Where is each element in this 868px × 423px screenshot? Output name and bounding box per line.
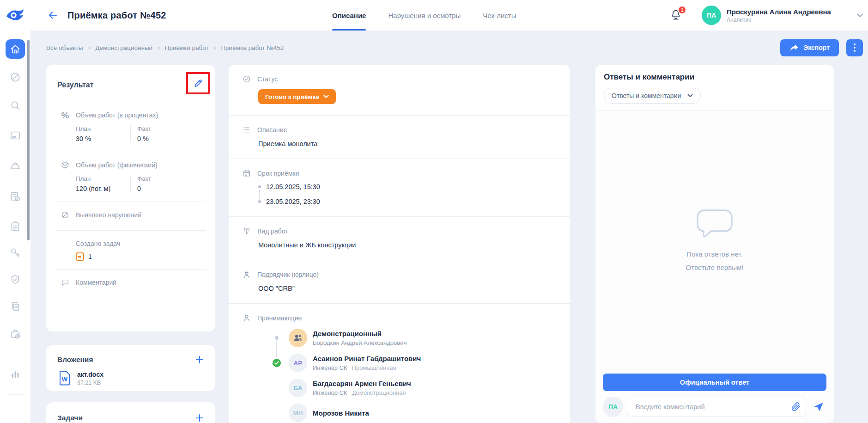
period-start: 12.05.2025, 15:30 (266, 183, 320, 190)
breadcrumb-row: Все объекты › Демонстрационный › Приёмки… (30, 31, 868, 65)
sidebar-item-safety[interactable] (6, 270, 24, 289)
attach-file-button[interactable] (790, 401, 801, 412)
acceptors-connector-line (276, 341, 277, 358)
sidebar-divider (6, 354, 24, 354)
acceptor-org: Демонстрационная (352, 389, 406, 396)
add-task-button[interactable] (193, 411, 206, 423)
acceptor-subtitle: Бородкин Андрей Александрович (313, 339, 407, 346)
user-avatar[interactable]: ПА (702, 6, 721, 25)
sidebar-scrollbar[interactable] (27, 40, 30, 240)
sidebar-item-more[interactable] (6, 418, 24, 423)
task-icon (76, 252, 84, 261)
breadcrumb-separator: › (152, 44, 165, 51)
composer-avatar: ПА (603, 397, 623, 417)
description-label: Описание (257, 126, 287, 134)
word-file-icon: W (57, 370, 72, 386)
copy-documents-icon (9, 300, 21, 313)
breadcrumb-project[interactable]: Демонстрационный (95, 44, 152, 51)
empty-line-2: Ответьте первым! (686, 261, 744, 275)
comments-panel: Ответы и комментарии Ответы и комментари… (595, 65, 834, 423)
app-root: Приёмка работ №452 Описание Нарушения и … (0, 0, 868, 423)
contractor-label: Подрядчик (юрлицо) (257, 271, 319, 278)
add-attachment-button[interactable] (193, 353, 206, 366)
arrow-left-icon (47, 10, 58, 21)
sidebar-item-search[interactable] (6, 96, 24, 115)
key-icon (9, 247, 21, 259)
notifications-button[interactable]: 1 (670, 9, 682, 22)
sidebar-item-violations[interactable] (6, 68, 24, 86)
user-meta[interactable]: Проскурина Алина Андреевна Аналитик (727, 8, 831, 23)
sidebar-item-home[interactable] (6, 39, 25, 59)
send-comment-button[interactable] (811, 399, 826, 415)
comment-bubble-icon (61, 278, 69, 287)
list-item[interactable]: БА Багдасарян Армен Геньевич Инженер СКД… (256, 379, 560, 397)
sidebar-item-tasks[interactable] (6, 217, 24, 236)
more-actions-button[interactable] (846, 39, 863, 56)
tasks-title: Задачи (57, 414, 83, 422)
back-button[interactable] (44, 7, 61, 24)
contractor-value: ООО "CRB" (258, 285, 560, 292)
acceptor-org: Промышленная (352, 364, 396, 371)
shield-check-icon (9, 274, 21, 286)
left-sidebar (0, 31, 30, 423)
acceptance-timeline: 12.05.2025, 15:30 23.05.2025, 23:30 (258, 183, 560, 205)
details-card: Статус Готово к приёмке Описание Прием (229, 65, 570, 423)
acceptance-period-section: Срок приёмки 12.05.2025, 15:30 23.05.202… (229, 159, 570, 216)
plan-label: План (76, 125, 124, 132)
sidebar-item-panel[interactable] (6, 126, 24, 145)
status-dropdown-button[interactable]: Готово к приёмке (258, 89, 336, 104)
sidebar-item-inspections[interactable] (6, 187, 24, 206)
header-right-group: 1 ПА Проскурина Алина Андреевна Аналитик (668, 0, 863, 31)
list-item[interactable]: АР Асаинов Ринат Габдрашитович Инженер С… (256, 354, 560, 372)
acceptor-role: Инженер СК (313, 389, 347, 396)
org-avatar (289, 329, 307, 347)
sidebar-item-documents[interactable] (6, 297, 24, 316)
comment-input[interactable] (628, 397, 806, 417)
sidebar-item-construction[interactable] (6, 157, 24, 176)
fact-value: 0 % (137, 135, 178, 142)
list-item[interactable]: МН Морозов Никита (256, 404, 560, 422)
tasks-card: Задачи (46, 402, 215, 423)
export-button[interactable]: Экспорт (780, 39, 839, 56)
official-reply-button[interactable]: Официальный ответ (603, 374, 826, 391)
breadcrumb-acceptances[interactable]: Приёмки работ (165, 44, 209, 51)
tab-description[interactable]: Описание (332, 0, 366, 31)
acceptor-name: Морозов Никита (313, 409, 369, 417)
comment-label: Комментарий (76, 279, 116, 286)
sidebar-item-contractors[interactable] (6, 325, 24, 343)
plan-value: 30 % (76, 135, 124, 142)
acceptors-label: Принимающие (257, 314, 302, 322)
right-column: Ответы и комментарии Ответы и комментари… (595, 65, 834, 423)
sidebar-divider (6, 394, 24, 395)
chevron-down-icon (323, 95, 329, 98)
empty-state: Пока ответов нет. Ответьте первым! (686, 207, 744, 274)
comment-section: Комментарий (46, 270, 215, 296)
tasks-created-count[interactable]: 1 (88, 253, 92, 260)
result-card-title: Результат (57, 81, 94, 89)
violations-section: Выявлено нарушений (46, 202, 215, 230)
acceptor-name: Демонстрационный (313, 330, 407, 337)
edit-result-button[interactable] (190, 75, 206, 92)
sidebar-item-access[interactable] (6, 244, 24, 262)
chevron-down-icon (687, 94, 693, 98)
comments-filter-dropdown[interactable]: Ответы и комментарии (604, 88, 701, 104)
accepted-check-icon (273, 359, 281, 367)
sidebar-item-analytics[interactable] (6, 364, 24, 383)
user-menu-button[interactable] (857, 13, 863, 18)
breadcrumb-all-objects[interactable]: Все объекты (46, 44, 83, 51)
tab-checklists[interactable]: Чек-листы (483, 0, 516, 31)
attachment-file-item[interactable]: W акт.docx 37.21 KB (57, 370, 206, 386)
description-section: Описание Приемка монолита (229, 115, 570, 159)
search-icon (9, 99, 21, 111)
result-card: Результат % Объем работ ( (46, 65, 215, 331)
tab-violations-inspections[interactable]: Нарушения и осмотры (388, 0, 461, 31)
plus-icon (195, 413, 204, 423)
left-column: Результат % Объем работ ( (46, 65, 215, 423)
step-dot (275, 336, 279, 340)
worker-icon (243, 270, 251, 279)
app-logo[interactable] (0, 0, 30, 31)
acceptor-subtitle: Инженер СКПромышленная (313, 364, 421, 371)
status-label: Статус (257, 75, 278, 83)
check-circle-icon (243, 75, 251, 83)
list-item[interactable]: Демонстрационный Бородкин Андрей Алексан… (256, 329, 560, 347)
